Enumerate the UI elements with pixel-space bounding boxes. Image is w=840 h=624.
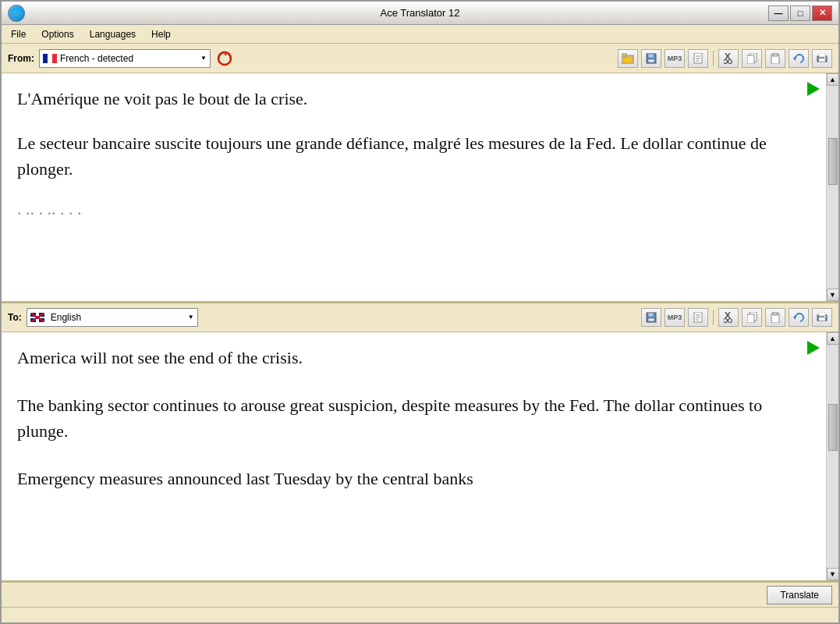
minimize-button[interactable]: — (768, 5, 789, 21)
paste-button-source[interactable] (765, 49, 785, 68)
svg-marker-19 (793, 56, 796, 61)
cut-icon (724, 53, 733, 64)
refresh-icon (216, 50, 233, 67)
svg-marker-40 (793, 315, 796, 320)
target-toolbar: To: English MP3 (2, 303, 838, 332)
target-text-area[interactable]: America will not see the end of the cris… (2, 332, 826, 580)
svg-rect-44 (824, 316, 826, 317)
source-scroll-down[interactable]: ▼ (827, 289, 839, 301)
target-text-wrapper: America will not see the end of the cris… (2, 332, 838, 580)
svg-rect-22 (819, 53, 825, 57)
source-text-area[interactable]: L'Amérique ne voit pas le bout de la cri… (2, 73, 826, 301)
to-language-dropdown[interactable]: English (27, 308, 198, 327)
copy-button-target[interactable] (742, 308, 762, 327)
to-language-label: English (51, 312, 81, 323)
svg-rect-27 (653, 314, 654, 316)
undo-button-target[interactable] (789, 308, 809, 327)
svg-point-14 (728, 59, 732, 63)
print-button-source[interactable] (812, 49, 832, 68)
translate-bar: Translate (2, 582, 838, 607)
from-label: From: (8, 53, 34, 64)
document-button-target[interactable] (688, 308, 708, 327)
svg-rect-6 (653, 55, 654, 57)
menu-options[interactable]: Options (35, 27, 80, 41)
svg-rect-16 (747, 55, 754, 64)
svg-point-13 (724, 59, 728, 63)
english-flag-icon (30, 313, 44, 322)
source-scrollbar[interactable]: ▲ ▼ (826, 73, 838, 301)
svg-rect-39 (773, 312, 778, 315)
open-button[interactable] (618, 49, 638, 68)
svg-point-35 (728, 318, 732, 322)
target-scroll-thumb[interactable] (828, 404, 838, 451)
target-play-button[interactable] (804, 339, 823, 357)
svg-rect-26 (648, 318, 654, 321)
play-icon (807, 82, 820, 96)
target-toolbar-buttons: MP3 (641, 308, 832, 327)
cut-icon-target (724, 312, 733, 323)
target-scroll-down[interactable]: ▼ (827, 568, 839, 580)
from-language-dropdown[interactable]: French - detected (39, 49, 211, 68)
menu-file[interactable]: File (5, 27, 32, 41)
source-play-button[interactable] (804, 80, 823, 98)
target-line2: The banking sector continues to arouse g… (17, 392, 810, 444)
save-icon-target (646, 312, 657, 323)
undo-button-source[interactable] (789, 49, 809, 68)
copy-icon (747, 53, 757, 64)
refresh-button[interactable] (215, 49, 234, 68)
print-button-target[interactable] (812, 308, 832, 327)
status-bar (2, 607, 838, 622)
separator1 (713, 51, 714, 66)
document-button-source[interactable] (688, 49, 708, 68)
target-scroll-up[interactable]: ▲ (827, 332, 839, 345)
paste-icon-target (771, 312, 781, 323)
play-icon-target (807, 341, 820, 355)
target-line1: America will not see the end of the cris… (17, 345, 810, 370)
svg-rect-23 (824, 57, 826, 58)
app-window: 🌐 Ace Translator 12 — □ ✕ File Options L… (0, 0, 840, 624)
target-scrollbar[interactable]: ▲ ▼ (826, 332, 838, 580)
copy-icon-target (747, 312, 757, 323)
source-scroll-up[interactable]: ▲ (827, 73, 839, 86)
folder-open-icon (622, 53, 634, 64)
print-icon (817, 53, 828, 63)
save-button-target[interactable] (641, 308, 661, 327)
undo-icon (793, 53, 804, 64)
source-toolbar-buttons: MP3 (618, 49, 832, 68)
svg-rect-5 (648, 59, 654, 62)
maximize-button[interactable]: □ (790, 5, 810, 21)
print-icon-target (817, 312, 828, 322)
document-icon-target (693, 312, 703, 323)
save-button[interactable] (641, 49, 661, 68)
svg-rect-2 (622, 54, 626, 56)
cut-button-target[interactable] (718, 308, 739, 327)
source-scroll-thumb[interactable] (828, 138, 838, 185)
menu-bar: File Options Languages Help (2, 25, 838, 44)
svg-point-34 (724, 318, 728, 322)
svg-rect-37 (747, 314, 754, 323)
source-text-wrapper: L'Amérique ne voit pas le bout de la cri… (2, 73, 838, 301)
target-line3: Emergency measures announced last Tuesda… (17, 466, 810, 491)
window-title: Ace Translator 12 (381, 7, 460, 19)
menu-languages[interactable]: Languages (83, 27, 142, 41)
source-text-panel: L'Amérique ne voit pas le bout de la cri… (2, 73, 838, 303)
cut-button-source[interactable] (718, 49, 739, 68)
to-label: To: (8, 312, 22, 323)
title-bar-left: 🌐 (8, 5, 25, 22)
french-flag-icon (43, 54, 57, 63)
source-line1: L'Amérique ne voit pas le bout de la cri… (17, 86, 810, 112)
mp3-button-target[interactable]: MP3 (665, 308, 685, 327)
source-line3: · ·· · ·· · · · (17, 200, 810, 226)
svg-rect-43 (819, 312, 825, 316)
source-toolbar: From: French - detected (2, 44, 838, 73)
translate-button[interactable]: Translate (767, 586, 832, 604)
app-icon: 🌐 (8, 5, 25, 22)
menu-help[interactable]: Help (145, 27, 177, 41)
paste-button-target[interactable] (765, 308, 785, 327)
copy-button-source[interactable] (742, 49, 762, 68)
source-line2: Le secteur bancaire suscite toujours une… (17, 130, 810, 182)
mp3-button-source[interactable]: MP3 (665, 49, 685, 68)
close-button[interactable]: ✕ (812, 5, 832, 21)
from-language-label: French - detected (60, 53, 133, 64)
svg-rect-21 (819, 58, 825, 62)
